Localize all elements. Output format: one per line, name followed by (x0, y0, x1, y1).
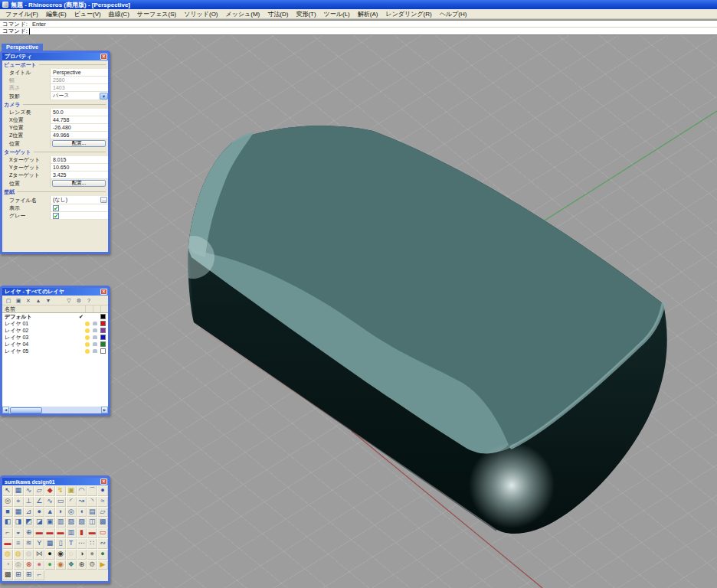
toolbar-icon[interactable]: ◝ (87, 496, 97, 507)
prop-value[interactable]: 49.966 (50, 132, 108, 139)
toolbar-icon[interactable]: ∿ (44, 496, 55, 507)
layer-row[interactable]: レイヤ 05 (2, 348, 108, 354)
menu-item[interactable]: ツール(L) (320, 10, 354, 18)
toolbar-icon[interactable]: ● (97, 549, 108, 560)
layer-on-bulb-icon[interactable] (85, 335, 90, 340)
toolbar-icon[interactable]: ◉ (55, 560, 66, 570)
layer-lock-icon[interactable] (93, 315, 97, 318)
layer-toolbar-icon[interactable]: ▲ (34, 296, 43, 305)
projection-select[interactable]: パース ▼ (50, 92, 108, 100)
layer-on-bulb-icon[interactable] (85, 322, 90, 326)
layer-toolbar-icon[interactable]: ▽ (64, 296, 74, 305)
browse-button[interactable]: ... (100, 197, 107, 203)
toolbar-icon[interactable]: ⊗ (24, 560, 34, 570)
toolbar-icon[interactable]: ⌐ (2, 528, 13, 538)
menu-item[interactable]: 寸法(D) (264, 10, 292, 18)
toolbar-icon[interactable]: ● (34, 507, 44, 518)
layer-on-bulb-icon[interactable] (85, 315, 90, 319)
toolbar-icon[interactable]: ◉ (55, 549, 66, 560)
layer-color-swatch[interactable] (100, 321, 106, 326)
toolbar-icon[interactable]: ▧ (77, 517, 87, 528)
menu-item[interactable]: ビュー(V) (70, 10, 105, 18)
layer-on-bulb-icon[interactable] (85, 328, 90, 333)
title-bar[interactable]: 無題 - Rhinoceros (商用版) - [Perspective] (0, 0, 717, 9)
toolbar-icon[interactable]: ▦ (13, 485, 24, 496)
layer-color-swatch[interactable] (100, 314, 106, 319)
toolbar-icon[interactable]: ◌ (66, 549, 77, 560)
close-icon[interactable]: × (100, 54, 107, 60)
toolbar-icon[interactable]: ◖ (77, 507, 87, 518)
menu-item[interactable]: 変形(T) (292, 10, 319, 18)
toolbar-icon[interactable]: ⊕ (24, 528, 34, 538)
toolbar-icon[interactable]: ∠ (34, 496, 44, 507)
toolbar-icon[interactable]: ⊛ (77, 560, 87, 570)
layers-name-header[interactable]: 名前 (2, 305, 108, 313)
toolbar-icon[interactable]: ◩ (24, 517, 34, 528)
properties-panel-titlebar[interactable]: プロパティ × (2, 53, 108, 60)
menu-item[interactable]: 曲線(C) (105, 10, 133, 18)
toolbar-icon[interactable]: ⊞ (24, 570, 34, 580)
toolbar-icon[interactable]: ❖ (66, 560, 77, 570)
layer-color-swatch[interactable] (100, 335, 106, 340)
toolbar-icon[interactable]: ● (44, 560, 55, 570)
toolbar-icon[interactable]: ▦ (44, 538, 55, 549)
toolbar-icon[interactable]: ◧ (2, 517, 13, 528)
menu-item[interactable]: 解析(A) (354, 10, 382, 18)
toolbar-icon[interactable]: ● (97, 485, 108, 496)
prop-value[interactable]: 50.0 (50, 109, 108, 116)
toolbar-icon[interactable]: T (66, 538, 77, 549)
command-input[interactable]: コマンド: (0, 27, 717, 35)
toolbar-icon[interactable]: ⊞ (13, 570, 24, 580)
current-layer-check-icon[interactable]: ✔ (77, 314, 85, 320)
toolbar-icon[interactable]: ◆ (44, 485, 55, 496)
layer-toolbar-icon[interactable]: ? (84, 296, 93, 305)
toolbar-icon[interactable]: ⌖ (13, 496, 24, 507)
toolbar-icon[interactable]: ◍ (13, 549, 24, 560)
toolbar-icon[interactable]: ▭ (55, 496, 66, 507)
prop-value[interactable]: Perspective (50, 69, 108, 77)
toolbar-icon[interactable]: ▤ (87, 507, 97, 518)
prop-value[interactable]: 3.425 (50, 172, 108, 179)
toolbar-icon[interactable]: ◗ (55, 507, 66, 518)
toolbar-icon[interactable]: ▬ (87, 528, 97, 538)
menu-item[interactable]: ファイル(F) (2, 10, 42, 18)
layer-color-swatch[interactable] (100, 341, 106, 347)
prop-value[interactable]: 10.650 (50, 164, 108, 172)
layer-lock-icon[interactable] (93, 328, 97, 332)
layer-lock-icon[interactable] (93, 322, 97, 325)
toolbar-icon[interactable]: ∾ (97, 538, 108, 549)
toolbar-icon[interactable]: ◔ (2, 560, 13, 570)
toolbar-icon[interactable]: ▩ (97, 517, 108, 528)
menu-item[interactable]: ヘルプ(H) (436, 10, 471, 18)
layers-panel-titlebar[interactable]: レイヤ - すべてのレイヤ × (2, 288, 108, 296)
layer-color-swatch[interactable] (100, 328, 106, 333)
scroll-right-icon[interactable]: ▶ (101, 407, 108, 413)
layer-toolbar-icon[interactable]: ✕ (24, 296, 33, 305)
prop-value[interactable]: -26.480 (50, 124, 108, 132)
toolbar-icon[interactable]: ◪ (34, 517, 44, 528)
toolbar-icon[interactable]: ▬ (44, 528, 55, 538)
toolbar-icon[interactable]: ↯ (55, 485, 66, 496)
toolbar-icon[interactable]: ⚙ (87, 560, 97, 570)
toolbar-icon[interactable]: ◎ (2, 496, 13, 507)
toolbar-icon[interactable]: ▮ (77, 528, 87, 538)
chevron-down-icon[interactable]: ▼ (100, 93, 108, 100)
toolbar-icon[interactable]: ≈ (97, 496, 108, 507)
toolbar-icon[interactable]: ◫ (87, 517, 97, 528)
toolbar-icon[interactable]: ⋈ (34, 549, 44, 560)
layer-lock-icon[interactable] (93, 342, 97, 346)
toolbar-icon[interactable]: ∿ (24, 485, 34, 496)
menu-item[interactable]: メッシュ(M) (222, 10, 264, 18)
prop-value[interactable]: 44.758 (50, 116, 108, 124)
toolbar-icon[interactable]: ⌐ (34, 570, 44, 580)
toolbar-icon[interactable]: ■ (2, 507, 13, 518)
toolbar-icon[interactable]: ⊥ (24, 496, 34, 507)
layer-toolbar-icon[interactable]: ▣ (14, 296, 23, 305)
layer-name[interactable]: レイヤ 05 (5, 348, 77, 355)
toolbar-icon[interactable]: ▨ (66, 517, 77, 528)
toolbar-icon[interactable]: ▦ (13, 507, 24, 518)
layer-toolbar-icon[interactable]: ⚙ (74, 296, 83, 305)
toolbar-icon[interactable]: ● (34, 560, 44, 570)
toolbar-icon[interactable]: ↖ (2, 485, 13, 496)
toolbar-icon[interactable]: ◎ (66, 507, 77, 518)
